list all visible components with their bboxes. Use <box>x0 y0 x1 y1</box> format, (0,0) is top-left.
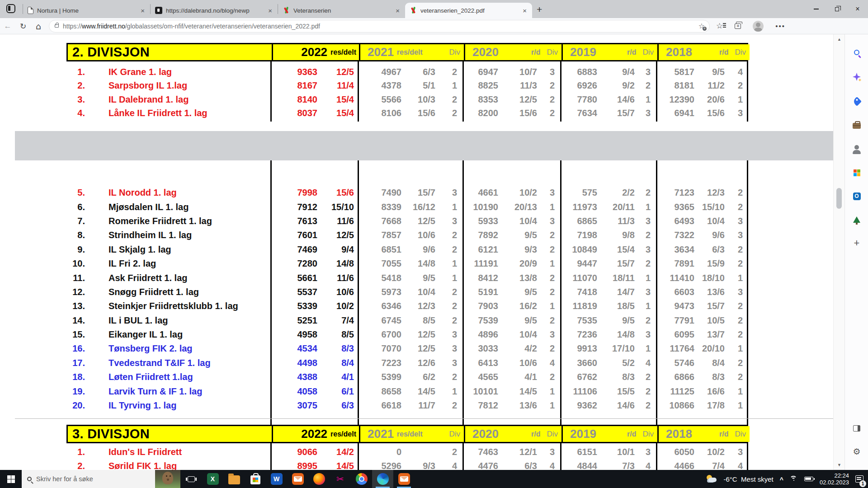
tab-veteranserien-pdf-active[interactable]: veteranserien_2022.pdf × <box>405 3 532 18</box>
restore-button[interactable] <box>826 0 847 18</box>
div-cell: 1 <box>439 80 462 91</box>
sidebar-person-icon[interactable] <box>849 141 865 157</box>
taskbar-excel-icon[interactable]: X <box>202 470 223 488</box>
scroll-down-icon[interactable]: ▼ <box>834 463 845 467</box>
taskbar-store-icon[interactable] <box>245 470 266 488</box>
network-icon[interactable] <box>790 476 798 482</box>
result-cell: 10190 <box>462 202 502 212</box>
table-row: 16.Tønsberg FIK 2. lag45348/3707012/5330… <box>66 342 748 356</box>
address-bar[interactable]: https://www.friidrett.no/globalassets/om… <box>49 20 710 33</box>
result-cell: 4534 <box>270 343 321 354</box>
result-cell: 7668 <box>358 216 405 226</box>
sidebar-tree-icon[interactable] <box>849 211 865 228</box>
div-cell: 1 <box>728 386 748 397</box>
new-tab-button[interactable]: + <box>537 4 542 15</box>
favorites-icon[interactable]: ☆ <box>716 21 723 31</box>
div-cell: 1 <box>439 202 462 212</box>
year-header-2019: 2019r/dDiv <box>561 44 657 60</box>
tab-close-icon[interactable]: × <box>394 7 401 14</box>
div-cell: 2 <box>439 230 462 240</box>
taskbar-word-icon[interactable]: W <box>266 470 287 488</box>
refresh-icon[interactable]: ↻ <box>15 22 31 31</box>
start-button[interactable] <box>0 470 22 488</box>
taskbar-firefox-icon[interactable] <box>308 470 330 488</box>
home-icon[interactable]: ⌂ <box>31 21 46 31</box>
sidebar-shopping-icon[interactable] <box>849 93 865 109</box>
taskbar-search-input[interactable]: Skriv her for å søke <box>22 470 155 488</box>
task-view-button[interactable] <box>180 470 202 488</box>
tab-close-icon[interactable]: × <box>266 7 274 14</box>
scrollbar-thumb[interactable] <box>836 188 842 209</box>
sidebar-copilot-icon[interactable] <box>849 69 865 85</box>
weather-text[interactable]: -6°C Mest skyet <box>724 475 774 483</box>
sidebar-travel-icon[interactable] <box>849 117 865 133</box>
result-cell: 7490 <box>358 188 405 198</box>
close-button[interactable]: × <box>847 0 868 18</box>
taskbar-edge-icon-active[interactable] <box>372 470 393 488</box>
div-cell: 2 <box>638 230 656 240</box>
scroll-up-icon[interactable]: ▲ <box>834 37 845 42</box>
result-cell: 15/6 <box>321 188 358 198</box>
sidebar-panel-icon[interactable] <box>849 420 865 436</box>
tab-nortura[interactable]: Nortura | Home × <box>23 3 150 18</box>
taskbar-mail-icon[interactable] <box>287 470 308 488</box>
clock[interactable]: 22:24 02.02.2023 <box>820 472 849 486</box>
sidebar-microsoft365-icon[interactable] <box>849 164 865 181</box>
div-cell: 4 <box>541 358 560 368</box>
div-cell: 2 <box>541 287 560 297</box>
result-cell: 10/6 <box>405 230 439 240</box>
tab-close-icon[interactable]: × <box>139 7 146 14</box>
sidebar-outlook-icon[interactable]: O <box>849 188 865 204</box>
settings-menu-icon[interactable]: ••• <box>775 22 785 30</box>
search-placeholder: Skriv her for å søke <box>36 475 93 483</box>
div-cell: 2 <box>541 80 560 91</box>
result-cell: 11106 <box>560 386 601 397</box>
result-cell: 7198 <box>560 230 601 240</box>
div-cell: 3 <box>541 447 560 457</box>
result-cell: 12/5 <box>321 67 358 77</box>
taskbar-outlook-icon[interactable] <box>393 470 415 488</box>
div-cell: 2 <box>439 301 462 311</box>
sidebar-settings-gear-icon[interactable]: ⚙ <box>849 443 865 460</box>
sidebar-add-icon[interactable]: + <box>849 235 865 251</box>
vertical-scrollbar[interactable]: ▲ ▼ <box>833 34 844 470</box>
tab-close-icon[interactable]: × <box>521 7 528 14</box>
tab-actions-menu-icon[interactable] <box>6 4 15 13</box>
division2-table-top: 2. DIVISJON2022res/delt2021res/deltDiv20… <box>66 43 748 122</box>
add-favorite-star-icon[interactable]: ☆ <box>698 22 705 30</box>
div-cell: 4 <box>439 461 462 470</box>
result-cell: 10/6 <box>321 287 358 297</box>
result-cell: 11/6 <box>321 273 358 283</box>
tab-dalebrand[interactable]: https://dalebrand.no/blog/newp × <box>151 3 278 18</box>
result-cell: 12/6 <box>405 358 439 368</box>
battery-icon[interactable] <box>804 477 813 481</box>
result-cell: 11125 <box>656 386 698 397</box>
result-cell: 11/6 <box>321 216 358 226</box>
taskbar-chrome-icon[interactable] <box>351 470 372 488</box>
taskbar-file-explorer-icon[interactable] <box>223 470 245 488</box>
tray-expand-chevron[interactable]: ^ <box>780 476 783 483</box>
result-cell: 10/2 <box>502 188 541 198</box>
sidebar-search-icon[interactable] <box>849 44 865 61</box>
result-cell: 8339 <box>358 202 405 212</box>
result-cell: 15/7 <box>405 188 439 198</box>
tab-veteranserien[interactable]: Veteranserien × <box>278 3 405 18</box>
edge-sidebar: O + ⚙ <box>844 34 868 470</box>
weather-icon[interactable] <box>706 475 717 483</box>
result-cell: 5191 <box>462 287 502 297</box>
result-cell: 9365 <box>656 202 698 212</box>
div-cell: 4 <box>728 461 748 470</box>
div-cell: 2 <box>728 358 748 368</box>
lock-icon[interactable] <box>55 24 59 28</box>
result-cell: 9/8 <box>601 230 638 240</box>
taskbar-snipping-icon[interactable]: ✂ <box>330 470 351 488</box>
collections-icon[interactable] <box>735 23 741 29</box>
profile-avatar[interactable] <box>753 21 764 32</box>
back-icon[interactable]: ← <box>0 22 15 31</box>
div-cell: 2 <box>728 329 748 340</box>
division2-rows-1-4: 1.IK Grane 1. lag936312/549676/32694710/… <box>66 65 748 120</box>
search-highlight-groundhog-image[interactable] <box>155 470 180 488</box>
minimize-button[interactable] <box>806 0 826 18</box>
page-favicon <box>28 7 33 14</box>
result-cell: 16/2 <box>502 301 541 311</box>
